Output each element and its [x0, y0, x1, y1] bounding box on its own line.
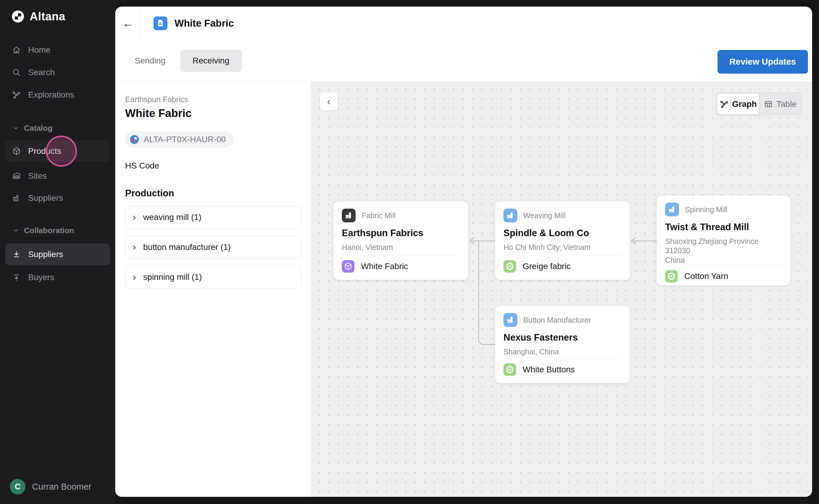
chevron-down-icon [13, 125, 19, 131]
user-account[interactable]: C Curran Boomer [10, 479, 91, 494]
sidebar: Altana Home Search Explorations Catalog … [0, 0, 115, 504]
tab-sending[interactable]: Sending [135, 56, 166, 66]
review-updates-button[interactable]: Review Updates [718, 50, 808, 74]
box-icon [342, 260, 354, 273]
chevron-down-icon [13, 227, 19, 234]
node-product[interactable]: Greige fabric [503, 255, 621, 273]
graph-connectors [311, 82, 812, 497]
sidebar-item-buyers[interactable]: Buyers [5, 267, 110, 288]
altana-logo: Altana [11, 10, 65, 23]
sidebar-item-explorations[interactable]: Explorations [5, 84, 110, 106]
collapse-panel-button[interactable]: ‹ [320, 92, 338, 110]
node-nexus-fasteners[interactable]: Button Manufacturer Nexus Fasteners Shan… [495, 306, 630, 383]
sidebar-item-products[interactable]: Products [5, 140, 110, 162]
sidebar-item-home[interactable]: Home [5, 39, 110, 61]
hex-component-icon [503, 363, 516, 376]
node-earthspun-fabrics[interactable]: Fabric Mill Earthspun Fabrics Hanoi, Vie… [333, 201, 468, 280]
receive-arrow-icon [12, 250, 21, 259]
hs-code-label: HS Code [125, 161, 301, 171]
product-supplier-label: Earthspun Fabrics [125, 95, 301, 104]
avatar: C [10, 479, 25, 494]
factory-icon [12, 194, 21, 203]
graph-view-icon [720, 100, 729, 109]
product-title: White Fabric [125, 107, 301, 120]
altana-logo-text: Altana [30, 10, 65, 23]
chevron-right-icon: › [133, 271, 136, 282]
toggle-graph[interactable]: Graph [717, 94, 759, 114]
hex-component-icon [665, 270, 678, 283]
toggle-table[interactable]: Table [759, 94, 801, 114]
direction-tabs: Sending Receiving Review Updates [115, 40, 812, 82]
product-sku-badge[interactable]: ALTA-PT0X-HAUR-00 [125, 131, 233, 148]
chevron-right-icon: › [133, 242, 136, 252]
user-name: Curran Boomer [32, 482, 91, 492]
sidebar-item-suppliers-catalog[interactable]: Suppliers [5, 187, 110, 209]
node-twist-thread-mill[interactable]: Spinning Mill Twist & Thread Mill Shaoxi… [657, 195, 790, 285]
send-arrow-icon [12, 273, 21, 282]
factory-icon [503, 209, 517, 222]
page-header: ← White Fabric [115, 7, 812, 40]
search-icon [12, 68, 21, 77]
factory-icon [503, 313, 517, 327]
sidebar-section-collaboration[interactable]: Collaboration [5, 221, 110, 239]
sidebar-item-search[interactable]: Search [5, 62, 110, 83]
factory-icon [665, 203, 679, 216]
network-icon [12, 90, 21, 99]
sidebar-section-catalog[interactable]: Catalog [5, 119, 110, 137]
node-product[interactable]: White Buttons [503, 358, 621, 376]
node-product[interactable]: Cotton Yarn [665, 265, 782, 283]
cube-icon [12, 147, 21, 156]
sidebar-item-suppliers-collaboration[interactable]: Suppliers [5, 244, 110, 265]
factory-icon [342, 209, 356, 222]
production-group-weaving-mill[interactable]: › weaving mill (1) [125, 206, 302, 229]
app-screen: Altana Home Search Explorations Catalog … [0, 0, 819, 504]
production-group-button-manufacturer[interactable]: › button manufacturer (1) [125, 236, 302, 259]
supply-chain-graph-canvas[interactable]: ‹ Graph Table Fabric Mill [311, 82, 812, 497]
view-toggle: Graph Table [716, 92, 803, 116]
back-button[interactable]: ← [115, 7, 141, 40]
node-product[interactable]: White Fabric [342, 255, 460, 273]
back-arrow-icon: ← [122, 16, 134, 30]
product-detail-panel: Earthspun Fabrics White Fabric ALTA-PT0X… [115, 82, 311, 497]
production-section-title: Production [125, 188, 301, 199]
chevron-right-icon: › [133, 212, 136, 222]
product-sku: ALTA-PT0X-HAUR-00 [144, 135, 226, 144]
table-view-icon [764, 100, 773, 109]
page-title: White Fabric [175, 18, 234, 29]
tab-receiving[interactable]: Receiving [180, 50, 242, 72]
altana-badge-icon [129, 134, 139, 145]
chevron-left-icon: ‹ [327, 95, 330, 107]
hex-component-icon [503, 260, 516, 273]
production-group-spinning-mill[interactable]: › spinning mill (1) [125, 266, 302, 289]
main-panel: ← White Fabric Sending Receiving Review … [115, 7, 812, 497]
divider [141, 7, 141, 40]
altana-logo-icon [11, 10, 25, 23]
sidebar-item-sites[interactable]: Sites [5, 165, 110, 187]
node-spindle-loom-co[interactable]: Weaving Mill Spindle & Loom Co Ho Chi Mi… [495, 201, 630, 280]
warehouse-icon [12, 171, 21, 180]
home-icon [12, 45, 21, 54]
product-document-icon [154, 16, 167, 30]
